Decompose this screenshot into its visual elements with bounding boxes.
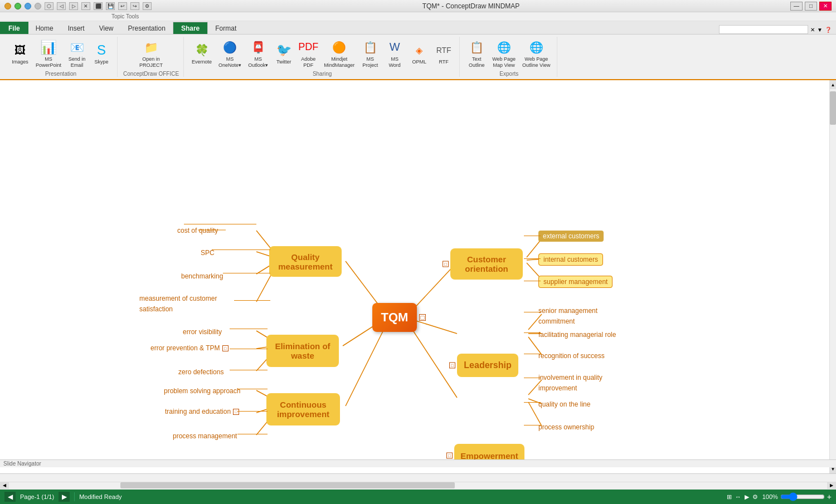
zoom-slider[interactable] [780, 494, 825, 500]
node-external-customers[interactable]: external customers [538, 231, 604, 241]
status-nav-next[interactable]: ▶ [59, 492, 70, 502]
status-icon-1[interactable]: ⊞ [727, 493, 732, 501]
customer-orientation-label: Customerorientation [465, 255, 508, 273]
statusbar: ◀ Page-1 (1/1) ▶ Modified Ready ⊞ ↔ ▶ ⚙ … [0, 490, 836, 504]
node-customer-orientation[interactable]: □ Customerorientation [450, 248, 523, 280]
btn-open-project[interactable]: 📁 Open inPROJECT [137, 37, 165, 70]
error-prevention-collapse[interactable]: □ [222, 345, 229, 351]
ms-word-icon: W [386, 38, 404, 56]
vscroll-thumb[interactable] [830, 91, 836, 125]
close-button[interactable]: ✕ [819, 2, 832, 11]
node-senior-management[interactable]: senior managementcommitment [538, 305, 622, 326]
node-continuous-improvement[interactable]: Continuousimprovement [266, 393, 340, 425]
node-error-visibility[interactable]: error visibility [183, 326, 222, 336]
training-education-collapse[interactable]: □ [233, 409, 239, 415]
ms-outlook-icon: 📮 [249, 38, 267, 56]
empowerment-collapse[interactable]: □ [446, 453, 453, 459]
tab-file[interactable]: File [0, 22, 28, 34]
opml-icon: ◈ [410, 41, 428, 59]
hscroll-left[interactable]: ◀ [0, 482, 9, 489]
btn-rtf[interactable]: RTF RTF [432, 40, 455, 66]
ribbon-help-icon[interactable]: ❓ [825, 27, 832, 33]
tab-view[interactable]: View [92, 22, 121, 34]
senior-management-label: senior managementcommitment [538, 307, 597, 325]
btn-text-outline[interactable]: 📋 TextOutline [465, 37, 488, 70]
tab-format[interactable]: Format [208, 22, 244, 34]
status-nav-prev[interactable]: ◀ [4, 492, 16, 502]
node-training-education[interactable]: training and education □ [165, 408, 239, 415]
zoom-control: 100% + [762, 492, 832, 501]
tqm-collapse[interactable]: □ [419, 314, 426, 321]
btn-adobe-pdf[interactable]: PDF AdobePDF [297, 37, 319, 70]
customer-orientation-collapse[interactable]: □ [443, 261, 449, 267]
ribbon-search-input[interactable] [719, 25, 808, 34]
btn-mindjet[interactable]: 🟠 MindjetMindManager [322, 37, 357, 70]
error-visibility-label: error visibility [183, 328, 222, 336]
tab-share[interactable]: Share [173, 22, 208, 34]
btn-ms-project[interactable]: 📋 MSProject [359, 37, 381, 70]
btn-send-email[interactable]: 📧 Send inEmail [66, 37, 88, 70]
tab-presentation[interactable]: Presentation [121, 22, 173, 34]
hscroll-right[interactable]: ▶ [827, 482, 836, 489]
zoom-in-icon[interactable]: + [827, 492, 832, 501]
node-facilitating-managerial[interactable]: facilitating managerial role [538, 329, 616, 339]
minimize-button[interactable]: — [790, 2, 803, 11]
node-quality-measurement[interactable]: Qualitymeasurement [269, 246, 342, 277]
node-zero-defections[interactable]: zero defections [178, 366, 223, 376]
process-ownership-label: process ownership [538, 423, 594, 431]
node-problem-solving[interactable]: problem solving approach [164, 385, 240, 395]
svg-line-2 [346, 328, 385, 406]
node-supplier-management[interactable]: supplier management [538, 276, 613, 286]
btn-ms-onenote[interactable]: 🔵 MSOneNote▾ [216, 37, 244, 70]
involvement-quality-label: involvement in qualityimprovement [538, 374, 602, 392]
ribbon-search-clear[interactable]: ✕ [810, 27, 815, 33]
btn-images[interactable]: 🖼 Images [9, 40, 31, 66]
node-recognition-success[interactable]: recognition of success [538, 350, 605, 360]
zero-defections-label: zero defections [178, 368, 223, 376]
node-internal-customers[interactable]: internal customers [538, 254, 603, 264]
node-elimination-waste[interactable]: Elimination ofwaste [266, 335, 339, 367]
btn-skype[interactable]: S Skype [90, 40, 113, 66]
node-involvement-quality[interactable]: involvement in qualityimprovement [538, 372, 625, 393]
mindjet-icon: 🟠 [330, 38, 348, 56]
btn-web-map-view[interactable]: 🌐 Web PageMap View [490, 37, 518, 70]
spc-label: SPC [201, 249, 215, 257]
node-spc[interactable]: SPC [201, 247, 215, 257]
tab-home[interactable]: Home [28, 22, 61, 34]
btn-web-map-view-label: Web PageMap View [492, 56, 516, 68]
status-icon-3[interactable]: ▶ [745, 493, 749, 501]
ribbon-content: 🖼 Images 📊 MSPowerPoint 📧 Send inEmail S… [0, 35, 836, 79]
node-measurement-customer[interactable]: measurement of customersatisfaction [139, 293, 234, 314]
btn-twitter[interactable]: 🐦 Twitter [273, 40, 295, 66]
status-icon-2[interactable]: ↔ [735, 493, 741, 500]
svg-line-4 [412, 320, 457, 334]
node-tqm[interactable]: TQM □ [372, 303, 417, 332]
horizontal-scrollbar[interactable]: ◀ ▶ [0, 482, 836, 488]
btn-evernote[interactable]: 🍀 Evernote [189, 40, 214, 66]
btn-rtf-label: RTF [439, 59, 449, 65]
training-education-label: training and education [165, 408, 231, 415]
node-quality-on-line[interactable]: quality on the line [538, 399, 590, 409]
tqm-label: TQM [381, 310, 409, 325]
vscroll-up[interactable]: ▲ [830, 80, 836, 89]
leadership-collapse[interactable]: □ [449, 363, 455, 369]
node-process-management[interactable]: process management [173, 430, 237, 441]
node-benchmarking[interactable]: benchmarking [181, 271, 223, 281]
external-customers-label: external customers [538, 231, 604, 242]
btn-opml[interactable]: ◈ OPML [408, 40, 430, 66]
ribbon-group-exports: 📋 TextOutline 🌐 Web PageMap View 🌐 Web P… [461, 37, 557, 77]
vertical-scrollbar[interactable]: ▲ ▼ [829, 80, 836, 473]
btn-ms-word[interactable]: W MSWord [383, 37, 406, 70]
tab-insert[interactable]: Insert [61, 22, 92, 34]
node-process-ownership[interactable]: process ownership [538, 422, 594, 432]
btn-ms-powerpoint[interactable]: 📊 MSPowerPoint [33, 37, 64, 70]
btn-ms-outlook[interactable]: 📮 MSOutlook▾ [246, 37, 270, 70]
btn-web-outline-view[interactable]: 🌐 Web PageOutline View [520, 37, 552, 70]
maximize-button[interactable]: □ [805, 2, 817, 11]
ribbon-filter-icon[interactable]: ▼ [817, 27, 823, 33]
node-error-prevention[interactable]: error prevention & TPM □ [150, 344, 229, 352]
node-leadership[interactable]: □ Leadership [457, 354, 518, 377]
node-cost-of-quality[interactable]: cost of quality [177, 225, 218, 235]
status-icon-4[interactable]: ⚙ [752, 493, 758, 501]
hscroll-thumb[interactable] [120, 482, 455, 488]
